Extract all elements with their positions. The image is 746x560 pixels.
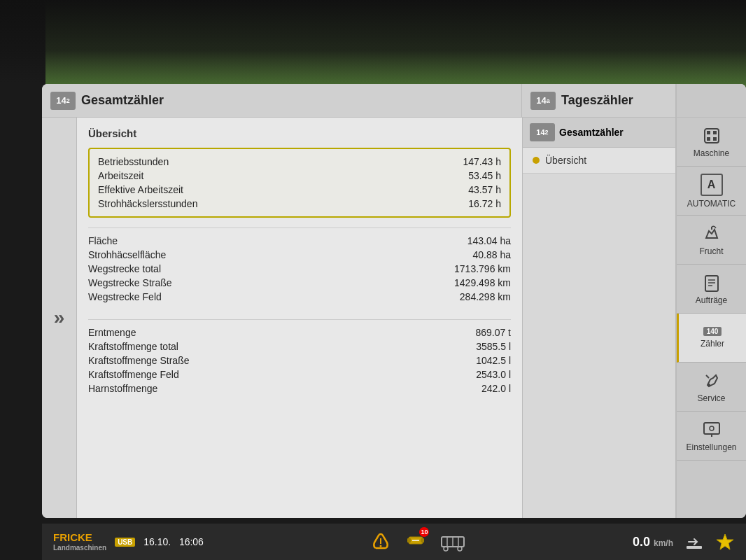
sidebar-label-service: Service [697,393,725,403]
sidebar-label-zahler: Zähler [701,339,724,349]
fricke-logo: FRICKE Landmaschinen [53,532,106,552]
sidebar-item-automatic[interactable]: A AUTOMATIC [677,167,746,216]
sidebar-item-service[interactable]: Service [677,363,746,412]
sidebar-label-einstellungen: Einstellungen [686,442,736,452]
tageszahler-item-label: Übersicht [545,155,586,166]
data-panel: Übersicht Betriebsstunden 147.43 h Arbei… [77,118,522,518]
expand-icon: » [54,307,65,329]
frucht-icon [702,224,722,244]
tool-icon-wrapper: 10 [405,530,426,554]
speed-display: 0.0 km/h [633,535,673,550]
time-display: 16:06 [179,536,204,547]
date-display: 16.10. [143,536,171,547]
automatic-icon: A [701,174,723,196]
sidebar-item-maschine[interactable]: Maschine [677,118,746,167]
table-row: Kraftstoffmenge Straße 1042.5 l [88,354,511,368]
sidebar-label-auftraege: Aufträge [696,295,727,305]
sidebar-item-frucht[interactable]: Frucht [677,216,746,265]
label-wegstrecke-strasse: Wegstrecke Straße [88,277,427,288]
brand-name: FRICKE [53,532,106,544]
svg-point-18 [380,545,382,547]
sidebar-label-frucht: Frucht [699,246,723,256]
table-row: Fläche 143.04 ha [88,234,511,248]
table-row: Strohhäckslersstunden 16.72 h [98,197,501,211]
warning-icon [370,531,391,552]
svg-rect-6 [705,276,718,291]
table-row: Arbeitszeit 53.45 h [98,169,501,183]
bottom-left: FRICKE Landmaschinen USB 16.10. 16:06 [53,532,204,552]
arrow-right-icon [684,532,704,552]
tool-badge: 10 [419,527,429,537]
svg-rect-4 [713,137,717,141]
label-erntmenge: Erntmenge [88,327,427,338]
table-row: Effektive Arbeitszeit 43.57 h [98,183,501,197]
tageszahler-header: 14a Tageszähler [522,84,676,117]
tageszahler-sub-header: 142 Gesamtzähler [523,118,675,148]
label-arbeitszeit: Arbeitszeit [98,170,417,181]
service-icon [702,371,722,391]
overview-title: Übersicht [88,125,511,142]
tageszahler-sub-title: Gesamtzähler [559,127,624,138]
value-kraftstoffmenge-feld: 2543.0 l [427,369,511,380]
label-kraftstoffmenge-strasse: Kraftstoffmenge Straße [88,355,427,366]
sidebar-item-zahler[interactable]: 140 Zähler [677,314,746,363]
gesamtzahler-header: 142 Gesamtzähler [42,84,522,117]
combine-icon [440,531,465,552]
tageszahler-item-uebersicht[interactable]: Übersicht [523,148,675,174]
gesamtzahler-badge: 142 [50,92,76,110]
value-strohhaecselflaeche: 40.88 ha [427,249,511,260]
svg-rect-12 [704,423,719,434]
table-row: Wegstrecke Straße 1429.498 km [88,276,511,290]
svg-rect-29 [687,546,702,549]
svg-line-11 [706,375,709,378]
svg-point-15 [710,426,714,430]
table-row: Harnstoffmenge 242.0 l [88,382,511,396]
expand-panel[interactable]: » [42,118,77,518]
auftraege-icon [702,273,722,293]
value-harnstoffmenge: 242.0 l [427,383,511,394]
label-wegstrecke-feld: Wegstrecke Feld [88,291,427,302]
value-wegstrecke-feld: 284.298 km [427,291,511,302]
svg-rect-1 [707,131,710,134]
svg-rect-20 [407,538,411,542]
svg-marker-30 [717,534,733,550]
highlighted-data-box: Betriebsstunden 147.43 h Arbeitszeit 53.… [88,148,511,218]
label-kraftstoffmenge-total: Kraftstoffmenge total [88,341,427,352]
label-kraftstoffmenge-feld: Kraftstoffmenge Feld [88,369,427,380]
tageszahler-panel: 142 Gesamtzähler Übersicht [522,118,676,518]
value-effektive-arbeitszeit: 43.57 h [417,184,501,195]
label-effektive-arbeitszeit: Effektive Arbeitszeit [98,184,417,195]
sidebar-item-einstellungen[interactable]: Einstellungen [677,412,746,461]
main-screen: 142 Gesamtzähler 14a Tageszähler » Übers… [42,84,746,518]
fuel-data-box: Erntmenge 869.07 t Kraftstoffmenge total… [88,319,511,401]
table-row: Strohhäcselfläche 40.88 ha [88,248,511,262]
maschine-icon [702,126,722,146]
area-data-box: Fläche 143.04 ha Strohhäcselfläche 40.88… [88,227,511,309]
tageszahler-badge: 14a [530,92,556,110]
datetime-display: 16.10. 16:06 [143,536,204,547]
table-row: Erntmenge 869.07 t [88,326,511,340]
einstellungen-icon [702,420,722,440]
label-strohhaeckslersstunden: Strohhäckslersstunden [98,198,417,209]
table-row: Betriebsstunden 147.43 h [98,155,501,169]
usb-badge: USB [115,538,135,547]
sidebar-label-maschine: Maschine [694,148,729,158]
speed-unit: km/h [654,538,673,548]
bottom-right: 0.0 km/h [633,532,735,552]
label-flaeche: Fläche [88,235,427,246]
svg-rect-21 [421,538,424,542]
star-icon[interactable] [715,532,735,552]
value-wegstrecke-total: 1713.796 km [427,263,511,274]
brand-sub: Landmaschinen [53,544,106,552]
speed-value: 0.0 [633,535,650,549]
svg-point-10 [708,384,710,386]
label-betriebsstunden: Betriebsstunden [98,156,417,167]
zahler-icon: 140 [703,327,722,336]
header-bar: 142 Gesamtzähler 14a Tageszähler [42,84,746,118]
sidebar-item-auftraege[interactable]: Aufträge [677,265,746,314]
label-harnstoffmenge: Harnstoffmenge [88,383,427,394]
tageszahler-title: Tageszähler [561,93,633,108]
sidebar-label-automatic: AUTOMATIC [687,199,736,209]
value-betriebsstunden: 147.43 h [417,156,501,167]
svg-rect-2 [713,131,717,134]
